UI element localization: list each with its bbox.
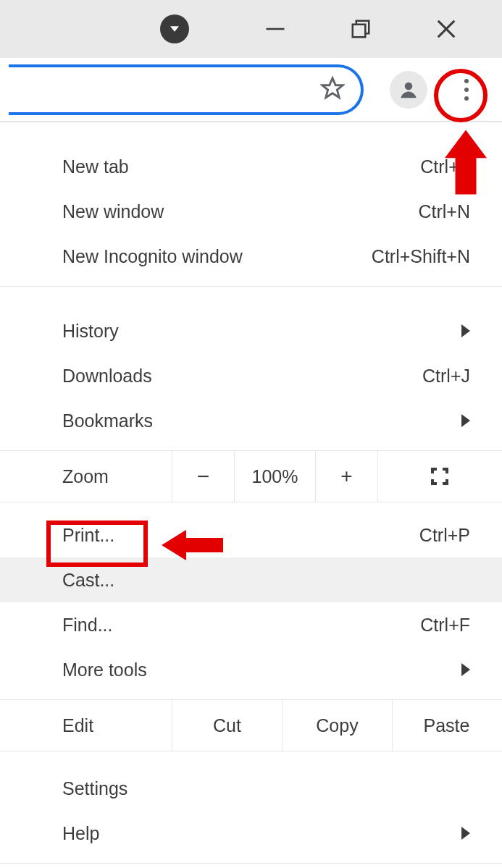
menu-item-label: New tab	[62, 156, 420, 177]
minus-icon: −	[197, 464, 210, 489]
menu-item-downloads[interactable]: Downloads Ctrl+J	[0, 353, 502, 398]
close-button[interactable]	[403, 0, 489, 58]
plus-icon: +	[340, 465, 352, 488]
menu-item-zoom: Zoom − 100% +	[0, 450, 502, 502]
menu-item-new-incognito[interactable]: New Incognito window Ctrl+Shift+N	[0, 234, 502, 279]
menu-item-label: Settings	[62, 778, 470, 799]
menu-item-settings[interactable]: Settings	[0, 766, 502, 811]
paste-label: Paste	[424, 715, 470, 736]
profile-button[interactable]	[390, 71, 427, 109]
submenu-caret-icon	[461, 410, 470, 431]
edit-copy-button[interactable]: Copy	[282, 700, 392, 751]
menu-item-find[interactable]: Find... Ctrl+F	[0, 602, 502, 647]
menu-item-label: Downloads	[62, 366, 422, 387]
menu-item-label: New Incognito window	[62, 246, 372, 267]
edit-label: Edit	[62, 715, 172, 736]
menu-item-label: More tools	[62, 660, 461, 681]
menu-item-cast[interactable]: Cast...	[0, 557, 502, 602]
zoom-in-button[interactable]: +	[315, 451, 377, 502]
menu-item-label: History	[62, 321, 461, 342]
menu-button[interactable]	[448, 71, 485, 109]
menu-item-new-tab[interactable]: New tab Ctrl+T	[0, 144, 502, 189]
menu-item-print[interactable]: Print... Ctrl+P	[0, 513, 502, 557]
window-titlebar	[0, 0, 502, 58]
menu-item-more-tools[interactable]: More tools	[0, 647, 502, 692]
menu-item-shortcut: Ctrl+T	[420, 156, 470, 177]
omnibox[interactable]	[9, 64, 364, 115]
minimize-button[interactable]	[233, 0, 318, 58]
submenu-caret-icon	[461, 321, 470, 342]
restore-button[interactable]	[318, 0, 403, 58]
submenu-caret-icon	[461, 660, 470, 681]
edit-cut-button[interactable]: Cut	[172, 700, 282, 751]
menu-item-shortcut: Ctrl+Shift+N	[372, 246, 470, 267]
menu-item-label: Print...	[62, 525, 419, 546]
zoom-label: Zoom	[62, 466, 172, 487]
browser-toolbar	[0, 58, 502, 122]
menu-item-edit: Edit Cut Copy Paste	[0, 699, 502, 751]
menu-item-help[interactable]: Help	[0, 811, 502, 856]
menu-item-shortcut: Ctrl+J	[422, 366, 470, 387]
menu-item-new-window[interactable]: New window Ctrl+N	[0, 189, 502, 234]
menu-item-history[interactable]: History	[0, 308, 502, 353]
svg-marker-0	[170, 26, 179, 32]
menu-item-label: Cast...	[62, 570, 470, 591]
chrome-menu: New tab Ctrl+T New window Ctrl+N New Inc…	[0, 122, 502, 868]
submenu-caret-icon	[461, 823, 470, 844]
zoom-out-button[interactable]: −	[172, 451, 234, 502]
menu-item-shortcut: Ctrl+N	[418, 201, 470, 222]
edit-paste-button[interactable]: Paste	[392, 700, 501, 751]
menu-item-shortcut: Ctrl+F	[420, 615, 470, 636]
menu-item-bookmarks[interactable]: Bookmarks	[0, 398, 502, 443]
zoom-value-text: 100%	[252, 466, 298, 487]
menu-item-label: Help	[62, 823, 461, 844]
menu-item-shortcut: Ctrl+P	[419, 525, 470, 546]
bookmark-star-icon[interactable]	[320, 76, 345, 104]
menu-item-label: Find...	[62, 615, 420, 636]
menu-item-label: Bookmarks	[62, 410, 461, 431]
svg-rect-3	[353, 25, 366, 38]
cut-label: Cut	[213, 715, 241, 736]
copy-label: Copy	[316, 715, 358, 736]
zoom-value: 100%	[234, 451, 315, 502]
svg-point-7	[405, 82, 413, 90]
svg-marker-6	[322, 77, 343, 97]
menu-item-label: New window	[62, 201, 418, 222]
fullscreen-button[interactable]	[377, 451, 501, 502]
chrome-update-icon[interactable]	[160, 14, 189, 43]
